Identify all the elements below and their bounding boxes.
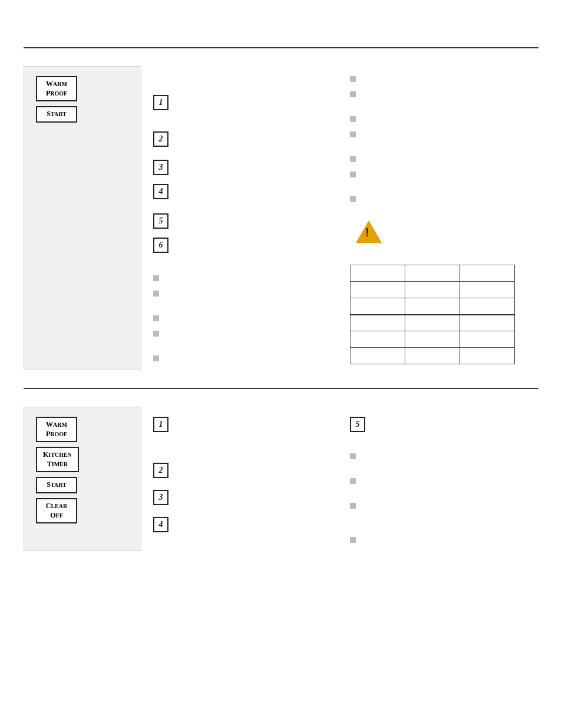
- step-row-1: 1: [153, 93, 326, 113]
- middle-divider: [24, 388, 538, 389]
- table-cell-6-3: [460, 348, 515, 364]
- table-row-5: [351, 331, 515, 348]
- table-cell-2-3: [460, 282, 515, 298]
- step-number-2-3: 3: [153, 490, 168, 505]
- step-number-2-1: 1: [153, 417, 168, 432]
- table-cell-3-1: [351, 298, 405, 315]
- middle-content-2: 1 2 3 4: [141, 407, 338, 551]
- step-number-5: 5: [153, 213, 168, 229]
- right-bullet-square-1a: [350, 76, 356, 82]
- step-row-2-4: 4: [153, 515, 326, 535]
- right-bullet-2b: [350, 476, 527, 484]
- start-button-2[interactable]: START: [36, 477, 77, 493]
- right-bullet-square-1f: [350, 172, 356, 177]
- page-container: WARMPROOF START 1 2 3: [0, 0, 562, 586]
- right-bullet-square-2c: [350, 503, 356, 509]
- warm-proof-button-1[interactable]: WARMPROOF: [36, 76, 77, 101]
- step-text-2-5: [371, 414, 527, 416]
- table-cell-5-3: [460, 331, 515, 348]
- step-text-2: [174, 129, 326, 131]
- table-cell-3-3: [460, 298, 515, 315]
- step-number-2-4: 4: [153, 517, 168, 532]
- step-row-2: 2: [153, 129, 326, 149]
- step-number-2-2: 2: [153, 463, 168, 478]
- bullet-square-1c: [153, 315, 159, 321]
- right-bullet-square-1c: [350, 116, 356, 122]
- clear-off-button[interactable]: CLEAROFF: [36, 498, 77, 523]
- section-2: WARMPROOF KITCHENTIMER START CLEAROFF 1: [24, 401, 538, 556]
- bullet-1e: [153, 353, 326, 361]
- right-bullet-1f: [350, 169, 527, 177]
- step-number-6: 6: [153, 238, 168, 253]
- bullet-square-1e: [153, 355, 159, 361]
- table-cell-5-2: [405, 331, 460, 348]
- right-bullet-1b: [350, 89, 527, 97]
- step-row-4: 4: [153, 182, 326, 202]
- table-cell-1-3: [460, 265, 515, 282]
- right-bullet-2a: [350, 451, 527, 459]
- right-bullet-square-2a: [350, 453, 356, 459]
- step-number-1: 1: [153, 95, 168, 110]
- right-bullet-2c: [350, 500, 527, 509]
- right-bullet-square-1b: [350, 91, 356, 97]
- right-content-2: 5: [338, 407, 538, 551]
- bullet-1a: [153, 273, 326, 281]
- table-row-4: [351, 315, 515, 331]
- table-cell-3-2: [405, 298, 460, 315]
- bullet-1b: [153, 288, 326, 297]
- right-bullet-square-2b: [350, 478, 356, 484]
- table-cell-2-1: [351, 282, 405, 298]
- right-bullet-1e: [350, 154, 527, 162]
- left-panel-1: WARMPROOF START: [24, 66, 141, 370]
- start-label-1: START: [47, 110, 66, 118]
- steps-3-4: 3 4: [153, 156, 326, 203]
- warm-proof-label-1: WARMPROOF: [46, 80, 67, 97]
- table-cell-4-2: [405, 315, 460, 331]
- table-row-1: [351, 265, 515, 282]
- table-row-2: [351, 282, 515, 298]
- right-bullet-1d: [350, 129, 527, 137]
- right-bullet-2d: [350, 535, 527, 543]
- bullet-1d: [153, 328, 326, 337]
- start-button-1[interactable]: START: [36, 106, 77, 123]
- right-bullet-1c: [350, 114, 527, 122]
- bullet-square-1a: [153, 275, 159, 281]
- warning-triangle-icon: [356, 220, 382, 243]
- step-text-1: [174, 93, 326, 94]
- right-bullet-square-1g: [350, 196, 356, 202]
- kitchen-timer-button[interactable]: KITCHENTIMER: [36, 447, 79, 472]
- table-cell-2-2: [405, 282, 460, 298]
- step-row-5: 5: [153, 211, 326, 231]
- right-bullet-square-1e: [350, 156, 356, 162]
- step-text-2-2: [174, 460, 326, 462]
- start-label-2: START: [47, 480, 66, 489]
- warm-proof-label-2: WARMPROOF: [46, 420, 67, 438]
- table-cell-4-1: [351, 315, 405, 331]
- kitchen-timer-label: KITCHENTIMER: [43, 450, 72, 468]
- right-bullet-square-1d: [350, 131, 356, 137]
- step-row-3: 3: [153, 157, 326, 177]
- step-text-2-3: [174, 487, 326, 489]
- section-1: WARMPROOF START 1 2 3: [24, 60, 538, 376]
- step-row-2-3: 3: [153, 487, 326, 508]
- step-row-2-1: 1: [153, 414, 326, 434]
- step-row-2-2: 2: [153, 460, 326, 480]
- steps-5-6: 5 6: [153, 209, 326, 257]
- table-cell-6-1: [351, 348, 405, 364]
- step-row-2-5: 5: [350, 414, 527, 434]
- step-number-4: 4: [153, 184, 168, 199]
- step-number-3: 3: [153, 160, 168, 175]
- table-cell-1-2: [405, 265, 460, 282]
- clear-off-label: CLEAROFF: [46, 502, 67, 519]
- data-table-1: [350, 265, 515, 364]
- warm-proof-button-2[interactable]: WARMPROOF: [36, 417, 77, 442]
- table-row-3: [351, 298, 515, 315]
- table-cell-6-2: [405, 348, 460, 364]
- step-row-6: 6: [153, 235, 326, 255]
- right-bullet-square-2d: [350, 537, 356, 543]
- left-panel-2: WARMPROOF KITCHENTIMER START CLEAROFF: [24, 407, 141, 551]
- right-content-1: [338, 66, 538, 370]
- bullet-square-1d: [153, 331, 159, 337]
- table-cell-4-3: [460, 315, 515, 331]
- table-cell-5-1: [351, 331, 405, 348]
